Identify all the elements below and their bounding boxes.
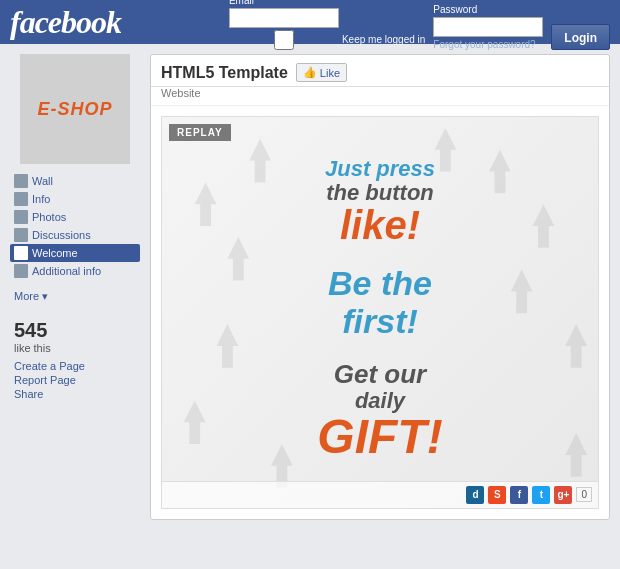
thumbs-icon: 👍 xyxy=(303,66,317,79)
content-area: HTML5 Template 👍 Like Website REPLAY xyxy=(150,54,610,520)
promo-line1: Just press xyxy=(182,157,578,181)
eshop-label: E-SHOP xyxy=(37,99,112,120)
nav-item-photos[interactable]: Photos xyxy=(10,208,140,226)
nav-item-wall[interactable]: Wall xyxy=(10,172,140,190)
keep-logged-label: Keep me logged in xyxy=(342,34,425,45)
forgot-password-link[interactable]: Forgot your password? xyxy=(433,39,543,50)
nav-menu: Wall Info Photos Discussions Welcome Add… xyxy=(10,172,140,280)
social-count: 0 xyxy=(576,487,592,502)
nav-welcome-label: Welcome xyxy=(32,247,78,259)
page-type: Website xyxy=(151,87,609,106)
promo-footer: d S f t g+ 0 xyxy=(162,481,598,508)
welcome-icon xyxy=(14,246,28,260)
nav-item-welcome[interactable]: Welcome xyxy=(10,244,140,262)
promo-line4: Be the first! xyxy=(182,265,578,340)
discussions-icon xyxy=(14,228,28,242)
digg-icon[interactable]: d xyxy=(466,486,484,504)
likes-text: like this xyxy=(14,342,136,354)
additional-icon xyxy=(14,264,28,278)
profile-image-box: E-SHOP xyxy=(20,54,130,164)
share-link[interactable]: Share xyxy=(14,388,136,400)
replay-button[interactable]: REPLAY xyxy=(169,124,231,141)
promo-text: Just press the button like! Be the first… xyxy=(162,117,598,481)
password-field-group: Password Forgot your password? xyxy=(433,4,543,50)
likes-count: 545 xyxy=(14,319,136,342)
password-input[interactable] xyxy=(433,17,543,37)
promo-card: Just press the button like! Be the first… xyxy=(161,116,599,509)
page-title: HTML5 Template xyxy=(161,64,288,82)
keep-logged-checkbox[interactable] xyxy=(229,30,339,50)
create-page-link[interactable]: Create a Page xyxy=(14,360,136,372)
email-input[interactable] xyxy=(229,8,339,28)
promo-line2: the button xyxy=(182,181,578,205)
header-auth: Email Keep me logged in Password Forgot … xyxy=(229,0,610,50)
page-header: HTML5 Template 👍 Like xyxy=(151,55,609,87)
promo-area: REPLAY Just pr xyxy=(151,106,609,519)
likes-section: 545 like this Create a Page Report Page … xyxy=(10,315,140,406)
promo-first: first! xyxy=(342,302,418,340)
email-label: Email xyxy=(229,0,425,6)
header: facebook Email Keep me logged in Passwor… xyxy=(0,0,620,44)
more-link[interactable]: More ▾ xyxy=(10,288,140,305)
stumbleupon-icon[interactable]: S xyxy=(488,486,506,504)
promo-line3: like! xyxy=(182,205,578,245)
sidebar: E-SHOP Wall Info Photos Discussions Welc… xyxy=(10,54,140,520)
main-layout: E-SHOP Wall Info Photos Discussions Welc… xyxy=(0,44,620,530)
nav-item-info[interactable]: Info xyxy=(10,190,140,208)
googleplus-icon[interactable]: g+ xyxy=(554,486,572,504)
facebook-share-icon[interactable]: f xyxy=(510,486,528,504)
facebook-logo: facebook xyxy=(10,4,121,41)
nav-item-additional[interactable]: Additional info xyxy=(10,262,140,280)
report-page-link[interactable]: Report Page xyxy=(14,374,136,386)
nav-info-label: Info xyxy=(32,193,50,205)
nav-wall-label: Wall xyxy=(32,175,53,187)
nav-discussions-label: Discussions xyxy=(32,229,91,241)
nav-additional-label: Additional info xyxy=(32,265,101,277)
like-button[interactable]: 👍 Like xyxy=(296,63,347,82)
login-button[interactable]: Login xyxy=(551,24,610,50)
promo-be-the: Be the xyxy=(328,264,432,302)
wall-icon xyxy=(14,174,28,188)
promo-line6: Get our xyxy=(182,360,578,389)
nav-photos-label: Photos xyxy=(32,211,66,223)
photos-icon xyxy=(14,210,28,224)
info-icon xyxy=(14,192,28,206)
nav-item-discussions[interactable]: Discussions xyxy=(10,226,140,244)
promo-line8: GIFT! xyxy=(182,413,578,461)
twitter-share-icon[interactable]: t xyxy=(532,486,550,504)
like-label: Like xyxy=(320,67,340,79)
keep-logged-row: Keep me logged in xyxy=(229,30,425,50)
password-label: Password xyxy=(433,4,543,15)
email-field-group: Email Keep me logged in xyxy=(229,0,425,50)
